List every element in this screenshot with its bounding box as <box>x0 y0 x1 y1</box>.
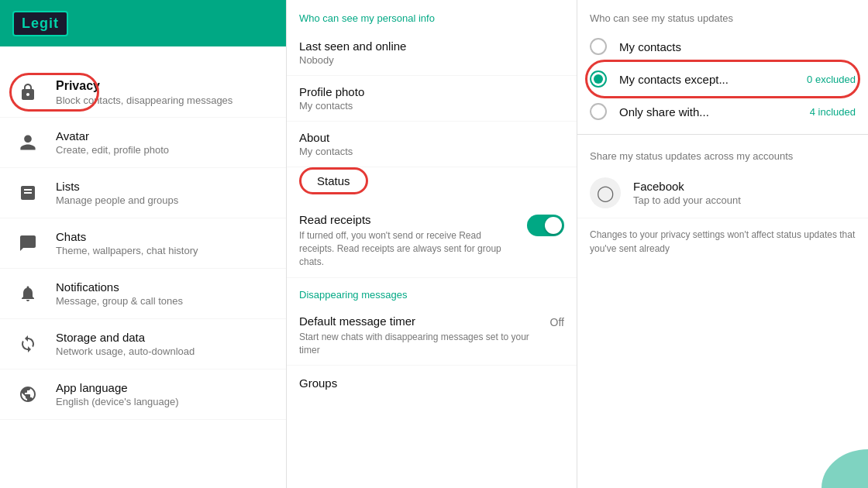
bell-icon <box>12 278 43 309</box>
read-receipts-desc: If turned off, you won't send or receive… <box>299 229 515 268</box>
privacy-menu-text: Privacy Block contacts, disappearing mes… <box>56 79 274 106</box>
only-share-radio <box>590 103 607 120</box>
my-contacts-option[interactable]: My contacts <box>577 30 868 63</box>
default-timer-row[interactable]: Default message timer Start new chats wi… <box>287 307 577 366</box>
read-receipts-title: Read receipts <box>299 213 515 226</box>
language-title: App language <box>56 381 274 394</box>
status-section: Status <box>287 167 577 204</box>
storage-subtitle: Network usage, auto-download <box>56 345 274 357</box>
storage-menu-text: Storage and data Network usage, auto-dow… <box>56 331 274 357</box>
sidebar-item-privacy[interactable]: Privacy Block contacts, disappearing mes… <box>0 67 286 118</box>
middle-panel: Who can see my personal info Last seen a… <box>287 0 577 488</box>
about-value: My contacts <box>299 146 564 157</box>
last-seen-value: Nobody <box>299 54 564 66</box>
last-seen-title: Last seen and online <box>299 40 564 53</box>
only-share-option[interactable]: Only share with... 4 included <box>577 95 868 128</box>
notifications-menu-text: Notifications Message, group & call tone… <box>56 280 274 307</box>
avatar-subtitle: Create, edit, profile photo <box>56 144 274 156</box>
timer-value: Off <box>550 314 564 328</box>
contacts-except-option[interactable]: My contacts except... 0 excluded <box>577 63 868 95</box>
left-panel: Legit ations, change number Privacy Bloc… <box>0 0 287 488</box>
about-item[interactable]: About My contacts <box>287 122 577 167</box>
language-subtitle: English (device's language) <box>56 396 274 407</box>
divider-1 <box>577 134 868 135</box>
lists-menu-text: Lists Manage people and groups <box>56 180 274 206</box>
facebook-title: Facebook <box>633 180 741 193</box>
last-seen-item[interactable]: Last seen and online Nobody <box>287 30 577 76</box>
timer-info: Default message timer Start new chats wi… <box>299 314 550 357</box>
chats-subtitle: Theme, wallpapers, chat history <box>56 245 274 256</box>
lists-title: Lists <box>56 180 274 193</box>
my-contacts-radio <box>590 38 607 55</box>
sidebar-item-avatar[interactable]: Avatar Create, edit, profile photo <box>0 118 286 168</box>
privacy-subtitle: Block contacts, disappearing messages <box>56 95 274 106</box>
privacy-note: Changes to your privacy settings won't a… <box>577 218 868 265</box>
personal-info-header: Who can see my personal info <box>287 0 577 30</box>
groups-header: Groups <box>287 366 577 393</box>
sidebar-item-language[interactable]: App language English (device's language) <box>0 369 286 420</box>
sidebar-item-notifications[interactable]: Notifications Message, group & call tone… <box>0 269 286 319</box>
privacy-title: Privacy <box>56 79 274 93</box>
chats-menu-text: Chats Theme, wallpapers, chat history <box>56 230 274 256</box>
lists-subtitle: Manage people and groups <box>56 194 274 206</box>
svg-point-0 <box>822 449 868 488</box>
profile-photo-title: Profile photo <box>299 85 564 98</box>
only-share-badge: 4 included <box>810 106 856 118</box>
sidebar-item-chats[interactable]: Chats Theme, wallpapers, chat history <box>0 218 286 269</box>
header-subtitle: ations, change number <box>0 46 286 67</box>
avatar-menu-text: Avatar Create, edit, profile photo <box>56 129 274 156</box>
lock-icon <box>12 77 43 108</box>
status-updates-header: Who can see my status updates <box>577 0 868 30</box>
facebook-text: Facebook Tap to add your account <box>633 180 741 206</box>
disappearing-header: Disappearing messages <box>287 278 577 307</box>
right-panel: Who can see my status updates My contact… <box>577 0 868 488</box>
read-receipts-toggle[interactable] <box>527 215 564 236</box>
about-title: About <box>299 131 564 144</box>
chat-icon <box>12 228 43 259</box>
my-contacts-label: My contacts <box>619 40 856 53</box>
notifications-title: Notifications <box>56 280 274 294</box>
status-label[interactable]: Status <box>299 167 368 194</box>
storage-icon <box>12 328 43 359</box>
share-section-title: Share my status updates across my accoun… <box>577 141 868 168</box>
profile-photo-item[interactable]: Profile photo My contacts <box>287 76 577 122</box>
language-menu-text: App language English (device's language) <box>56 381 274 407</box>
contacts-except-label: My contacts except... <box>619 73 807 86</box>
contacts-except-radio <box>590 70 607 88</box>
legit-logo: Legit <box>12 11 68 36</box>
notifications-subtitle: Message, group & call tones <box>56 295 274 307</box>
contacts-except-badge: 0 excluded <box>807 74 856 85</box>
sidebar-item-storage[interactable]: Storage and data Network usage, auto-dow… <box>0 319 286 369</box>
globe-icon <box>12 379 43 410</box>
only-share-label: Only share with... <box>619 105 810 119</box>
timer-desc: Start new chats with disappearing messag… <box>299 331 550 357</box>
timer-title: Default message timer <box>299 314 550 328</box>
read-receipts-row: Read receipts If turned off, you won't s… <box>287 204 577 278</box>
avatar-title: Avatar <box>56 129 274 143</box>
sidebar-item-lists[interactable]: Lists Manage people and groups <box>0 168 286 218</box>
profile-photo-value: My contacts <box>299 100 564 112</box>
list-icon <box>12 177 43 208</box>
storage-title: Storage and data <box>56 331 274 344</box>
read-receipts-info: Read receipts If turned off, you won't s… <box>299 213 515 268</box>
facebook-subtitle: Tap to add your account <box>633 194 741 206</box>
facebook-row[interactable]: ◯ Facebook Tap to add your account <box>577 168 868 218</box>
teal-decoration <box>806 426 868 488</box>
facebook-icon: ◯ <box>590 177 621 208</box>
avatar-icon <box>12 127 43 158</box>
chats-title: Chats <box>56 230 274 243</box>
app-header: Legit <box>0 0 286 46</box>
